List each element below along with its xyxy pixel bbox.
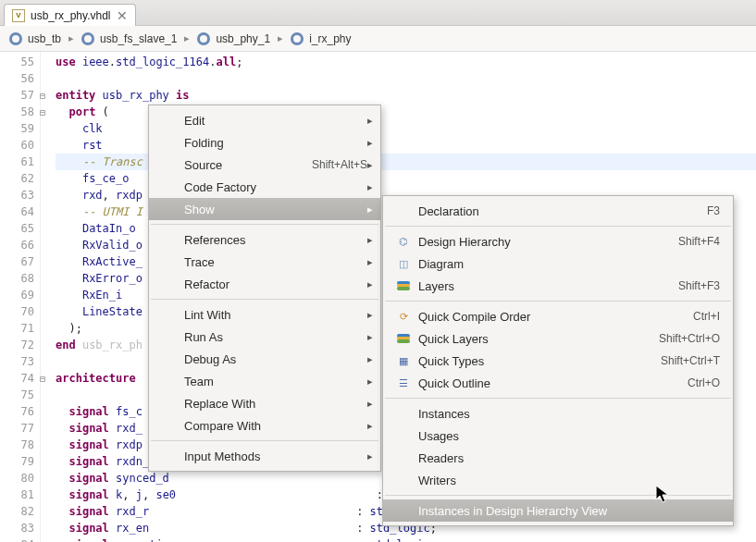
tab-bar: V usb_rx_phy.vhdl ✕ <box>0 0 756 26</box>
breadcrumb-item[interactable]: usb_tb <box>9 32 61 45</box>
menu-item-instances[interactable]: Instances <box>383 402 733 425</box>
menu-item-diagram[interactable]: ◫Diagram <box>383 253 733 275</box>
menu-item-label: Team <box>184 375 367 388</box>
menu-item-edit[interactable]: Edit <box>149 109 380 131</box>
layers-icon <box>396 331 411 346</box>
menu-item-label: Edit <box>184 114 367 128</box>
blank-icon <box>162 179 177 194</box>
breadcrumb: usb_tb ▸ usb_fs_slave_1 ▸ usb_phy_1 ▸ i_… <box>0 26 756 52</box>
menu-item-references[interactable]: References <box>149 228 380 251</box>
menu-item-shortcut: Shift+Ctrl+O <box>637 332 720 345</box>
menu-item-label: Design Hierarchy <box>418 235 649 249</box>
menu-item-run-as[interactable]: Run As <box>149 326 380 348</box>
menu-item-label: Compare With <box>184 419 367 433</box>
menu-item-source[interactable]: SourceShift+Alt+S <box>149 154 380 176</box>
breadcrumb-label: usb_fs_slave_1 <box>100 32 177 45</box>
editor-tab[interactable]: V usb_rx_phy.vhdl ✕ <box>4 4 136 26</box>
menu-item-label: Replace With <box>184 397 367 411</box>
blank-icon <box>396 203 411 218</box>
menu-item-label: Quick Compile Order <box>418 310 663 324</box>
menu-item-replace-with[interactable]: Replace With <box>149 392 380 414</box>
menu-item-layers[interactable]: LayersShift+F3 <box>383 275 733 297</box>
breadcrumb-item[interactable]: i_rx_phy <box>291 32 351 45</box>
blank-icon <box>396 473 411 487</box>
blank-icon <box>162 351 177 366</box>
menu-item-label: Instances in Design Hierarchy View <box>418 504 720 518</box>
blank-icon <box>162 202 177 216</box>
blank-icon <box>162 113 177 128</box>
blank-icon <box>162 157 177 172</box>
show-submenu: DeclarationF3⌬Design HierarchyShift+F4◫D… <box>382 195 734 526</box>
menu-item-label: Readers <box>418 451 720 465</box>
breadcrumb-label: usb_tb <box>28 32 61 45</box>
outline-icon: ☰ <box>396 376 411 390</box>
menu-item-label: Refactor <box>184 277 367 291</box>
menu-item-shortcut: Shift+Ctrl+T <box>638 354 720 367</box>
breadcrumb-item[interactable]: usb_phy_1 <box>197 32 270 45</box>
menu-item-input-methods[interactable]: Input Methods <box>149 445 380 467</box>
menu-item-label: Diagram <box>418 257 720 271</box>
blank-icon <box>396 406 411 421</box>
menu-item-refactor[interactable]: Refactor <box>149 273 380 295</box>
menu-item-show[interactable]: Show <box>149 198 380 220</box>
blank-icon <box>162 135 177 150</box>
menu-item-label: Writers <box>418 474 720 487</box>
menu-item-label: Folding <box>184 136 367 150</box>
menu-item-design-hierarchy[interactable]: ⌬Design HierarchyShift+F4 <box>383 230 733 253</box>
menu-item-compare-with[interactable]: Compare With <box>149 414 380 437</box>
menu-item-trace[interactable]: Trace <box>149 251 380 273</box>
menu-item-label: Trace <box>184 255 367 269</box>
gear-icon <box>81 32 94 45</box>
blank-icon <box>162 396 177 411</box>
menu-item-label: Declaration <box>418 204 677 218</box>
vhdl-file-icon: V <box>12 9 25 22</box>
menu-item-quick-layers[interactable]: Quick LayersShift+Ctrl+O <box>383 327 733 350</box>
menu-item-label: Quick Outline <box>418 376 658 390</box>
menu-item-team[interactable]: Team <box>149 370 380 392</box>
menu-item-label: Layers <box>418 279 649 293</box>
menu-item-code-factory[interactable]: Code Factory <box>149 176 380 198</box>
menu-item-shortcut: Ctrl+O <box>665 376 720 389</box>
menu-item-label: Lint With <box>184 308 367 322</box>
menu-item-readers[interactable]: Readers <box>383 447 733 469</box>
menu-item-quick-compile-order[interactable]: ⟳Quick Compile OrderCtrl+I <box>383 305 733 327</box>
menu-item-label: Debug As <box>184 352 367 366</box>
blank-icon <box>162 418 177 433</box>
menu-item-quick-types[interactable]: ▦Quick TypesShift+Ctrl+T <box>383 350 733 372</box>
menu-item-folding[interactable]: Folding <box>149 131 380 154</box>
layers-icon <box>396 278 411 293</box>
menu-item-declaration[interactable]: DeclarationF3 <box>383 200 733 222</box>
blank-icon <box>162 254 177 269</box>
chevron-right-icon: ▸ <box>278 32 283 44</box>
gear-icon <box>197 32 210 45</box>
menu-item-label: References <box>184 233 367 247</box>
gear-icon <box>9 32 22 45</box>
diagram-icon: ◫ <box>396 256 411 271</box>
menu-item-label: Quick Types <box>418 354 631 368</box>
menu-item-label: Usages <box>418 429 720 443</box>
blank-icon <box>162 374 177 388</box>
close-icon[interactable]: ✕ <box>117 9 128 22</box>
menu-item-writers[interactable]: Writers <box>383 469 733 491</box>
menu-item-instances-in-design-hierarchy-view[interactable]: Instances in Design Hierarchy View <box>383 499 733 522</box>
menu-item-usages[interactable]: Usages <box>383 425 733 447</box>
menu-item-shortcut: F3 <box>685 204 720 217</box>
tab-filename: usb_rx_phy.vhdl <box>31 9 111 22</box>
breadcrumb-label: usb_phy_1 <box>216 32 270 45</box>
menu-item-debug-as[interactable]: Debug As <box>149 348 380 370</box>
gear-icon <box>291 32 304 45</box>
chevron-right-icon: ▸ <box>68 32 74 44</box>
menu-item-label: Run As <box>184 330 367 344</box>
menu-item-label: Show <box>184 203 367 216</box>
menu-item-lint-with[interactable]: Lint With <box>149 303 380 326</box>
blank-icon <box>162 329 177 344</box>
line-number-gutter: 5556575859606162636465666768697071727374… <box>0 52 41 542</box>
menu-item-quick-outline[interactable]: ☰Quick OutlineCtrl+O <box>383 372 733 394</box>
menu-item-label: Quick Layers <box>418 332 629 346</box>
menu-item-label: Source <box>184 158 282 172</box>
menu-item-label: Input Methods <box>184 450 367 463</box>
blank-icon <box>396 450 411 465</box>
breadcrumb-item[interactable]: usb_fs_slave_1 <box>81 32 177 45</box>
menu-item-label: Instances <box>418 407 720 421</box>
blank-icon <box>396 428 411 443</box>
